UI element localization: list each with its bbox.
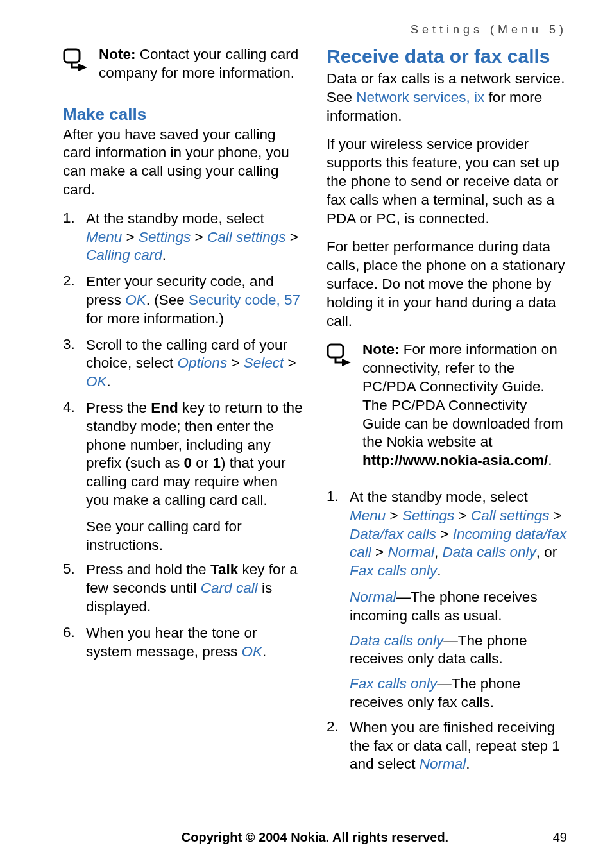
ui-ok: OK [242,643,263,660]
step-3: 3. Scroll to the calling card of your ch… [63,336,303,391]
link-security-code[interactable]: Security code, 57 [189,292,300,308]
term-fax-calls-only: Fax calls only [350,676,437,692]
receive-steps: 1. At the standby mode, select Menu > Se… [327,488,567,581]
text: . [162,247,166,263]
note-text: Note: For more information on connectivi… [362,341,567,470]
step-5: 5. Press and hold the Talk key for a few… [63,561,303,616]
ui-normal: Normal [420,756,466,772]
ui-ok: OK [86,373,107,389]
heading-receive-data-fax: Receive data or fax calls [327,46,567,67]
ui-data-calls-only: Data calls only [442,544,536,560]
step-body: When you are finished receiving the fax … [350,719,567,774]
text: . [466,756,470,772]
text: At the standby mode, select [86,210,264,226]
term-normal: Normal [350,589,396,605]
text: . [437,563,441,579]
step-2: 2. When you are finished receiving the f… [327,719,567,774]
text: , [434,544,443,560]
heading-make-calls: Make calls [63,105,303,124]
step-4: 4. Press the End key to return to the st… [63,399,303,510]
step-number: 3. [63,336,86,353]
step-number: 2. [327,719,350,735]
page: Settings (Menu 5) Note: Contact your cal… [0,0,612,868]
make-calls-steps: 1. At the standby mode, select Menu > Se… [63,210,303,510]
text: > [122,229,139,245]
text: , or [536,544,557,560]
key-end: End [151,400,178,416]
ui-settings: Settings [402,507,454,523]
right-column: Receive data or fax calls Data or fax ca… [327,46,567,781]
key-talk: Talk [210,561,238,577]
ui-call-settings: Call settings [471,507,550,523]
text: > [386,507,402,523]
step-body: Press and hold the Talk key for a few se… [86,561,303,616]
text: . (See [146,292,189,308]
step-body: Scroll to the calling card of your choic… [86,336,303,391]
step-body: Press the End key to return to the stand… [86,399,303,510]
two-column-layout: Note: Contact your calling card company … [63,46,567,781]
svg-rect-1 [328,345,343,357]
digit-0: 0 [184,455,192,471]
step-1: 1. At the standby mode, select Menu > Se… [327,488,567,581]
step-4-sub: See your calling card for instructions. [86,518,303,555]
receive-steps-cont: 2. When you are finished receiving the f… [327,719,567,774]
make-calls-intro: After you have saved your calling card i… [63,126,303,200]
note-label: Note: [362,341,400,357]
note-block: Note: For more information on connectivi… [327,341,567,478]
note-text: Note: Contact your calling card company … [99,46,303,83]
text: . [262,643,266,660]
running-header: Settings (Menu 5) [63,23,567,37]
step-number: 2. [63,273,86,289]
ui-call-settings: Call settings [207,229,286,245]
ui-select: Select [244,355,284,371]
step-number: 4. [63,399,86,416]
ui-ok: OK [125,292,146,308]
note-block: Note: Contact your calling card company … [63,46,303,83]
text: > [191,229,207,245]
ui-data-fax-calls: Data/fax calls [350,526,436,542]
text: At the standby mode, select [350,489,528,505]
text: > [454,507,471,523]
text: Press the [86,400,151,416]
text: . [107,373,111,389]
text: Press and hold the [86,561,210,577]
ui-fax-calls-only: Fax calls only [350,563,437,579]
link-network-services[interactable]: Network services, ix [356,89,484,105]
page-footer: Copyright © 2004 Nokia. All rights reser… [0,830,612,845]
rx-p1: Data or fax calls is a network service. … [327,70,567,125]
step-body: Enter your security code, and press OK. … [86,273,303,328]
step-6: 6. When you hear the tone or system mess… [63,624,303,661]
note-url: http://www.nokia-asia.com/ [362,452,548,468]
left-column: Note: Contact your calling card company … [63,46,303,781]
text: > [549,507,561,523]
page-number: 49 [529,830,567,845]
step-1: 1. At the standby mode, select Menu > Se… [63,210,303,265]
step-number: 6. [63,624,86,641]
text: or [192,455,213,471]
text: When you hear the tone or system message… [86,625,257,660]
step-body: At the standby mode, select Menu > Setti… [350,488,567,581]
note-arrow-icon [327,343,352,366]
term-data-calls-only: Data calls only [350,633,443,649]
note-label: Note: [99,46,136,62]
text: > [371,544,388,560]
copyright: Copyright © 2004 Nokia. All rights reser… [101,830,529,845]
text: for more information.) [86,311,224,327]
text: > [284,355,296,371]
step-body: When you hear the tone or system message… [86,624,303,661]
ui-settings: Settings [139,229,191,245]
ui-normal: Normal [387,544,434,560]
step-number: 1. [327,488,350,505]
text: > [227,355,244,371]
step-number: 5. [63,561,86,577]
step-number: 1. [63,210,86,226]
note-period: . [548,452,552,468]
rx-p2: If your wireless service provider suppor… [327,135,567,228]
svg-rect-0 [64,49,80,62]
text: > [436,526,453,542]
text: > [285,229,298,245]
step-body: At the standby mode, select Menu > Setti… [86,210,303,265]
step-2: 2. Enter your security code, and press O… [63,273,303,328]
rx-p3: For better performance during data calls… [327,238,567,330]
make-calls-steps-cont: 5. Press and hold the Talk key for a few… [63,561,303,661]
